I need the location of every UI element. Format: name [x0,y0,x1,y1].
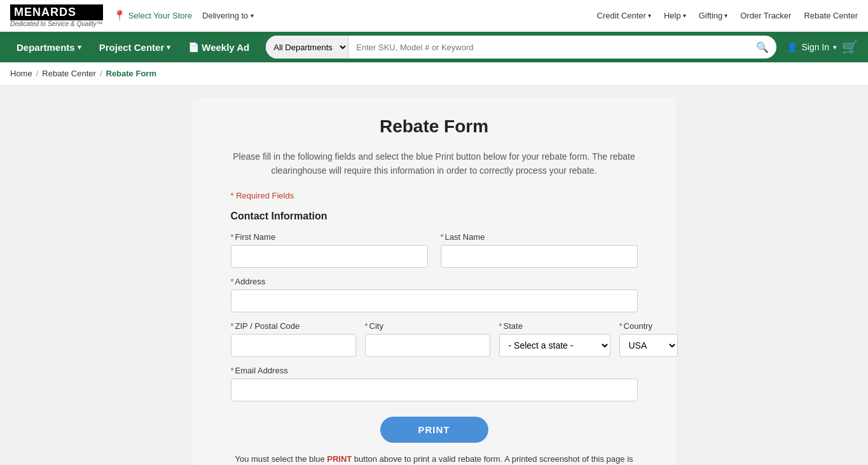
breadcrumb-current: Rebate Form [106,69,156,78]
city-label: *City [365,321,490,331]
address-label: *Address [231,277,638,286]
departments-nav-item[interactable]: Departments ▾ [10,32,88,62]
country-group: *Country USA Canada [619,321,678,357]
help-link[interactable]: Help ▾ [664,11,686,20]
address-row: *Address [231,277,638,312]
departments-label: Departments [17,42,75,53]
first-name-input[interactable] [231,245,428,268]
top-bar-right: Credit Center ▾ Help ▾ Gifting ▾ Order T… [597,11,858,20]
sign-in-area[interactable]: 👤 Sign In ▾ [787,42,837,52]
logo-wrapper: MENARDS Dedicated to Service & Quality™ [10,4,103,27]
project-center-chevron-icon: ▾ [167,43,170,52]
order-tracker-label: Order Tracker [740,11,791,20]
department-select[interactable]: All Departments [266,36,348,59]
form-description: Please fill in the following fields and … [231,149,638,178]
country-select[interactable]: USA Canada [619,334,678,357]
top-bar-left: MENARDS Dedicated to Service & Quality™ … [10,4,254,27]
zip-group: *ZIP / Postal Code [231,321,356,357]
country-label: *Country [619,321,678,331]
project-center-nav-item[interactable]: Project Center ▾ [93,32,177,62]
breadcrumb: Home / Rebate Center / Rebate Form [0,62,868,85]
search-input[interactable] [348,36,748,59]
credit-center-label: Credit Center [597,11,646,20]
print-note: You must select the blue PRINT button ab… [231,453,638,465]
order-tracker-link[interactable]: Order Tracker [740,11,791,20]
city-input[interactable] [365,334,490,357]
first-name-group: *First Name [231,232,428,268]
location-icon: 📍 [113,10,126,22]
zip-label: *ZIP / Postal Code [231,321,356,331]
form-title: Rebate Form [231,116,638,137]
search-container: All Departments 🔍 [266,36,776,59]
weekly-ad-icon: 📄 [188,42,199,52]
sign-in-label: Sign In [801,42,829,52]
logo: MENARDS [10,4,103,20]
form-container: Rebate Form Please fill in the following… [193,97,676,465]
zip-city-row: *ZIP / Postal Code *City *State - Select… [231,321,638,357]
email-label: *Email Address [231,366,638,375]
main-content: Rebate Form Please fill in the following… [0,85,868,465]
breadcrumb-separator-2: / [100,69,102,78]
nav-bar: Departments ▾ Project Center ▾ 📄 Weekly … [0,32,868,62]
gifting-label: Gifting [699,11,723,20]
help-label: Help [664,11,681,20]
delivering-to[interactable]: Delivering to ▾ [202,11,254,20]
gifting-link[interactable]: Gifting ▾ [699,11,728,20]
required-note: * Required Fields [231,191,638,200]
project-center-label: Project Center [99,42,165,53]
name-row: *First Name *Last Name [231,232,638,268]
help-chevron-icon: ▾ [683,12,686,19]
last-name-input[interactable] [441,245,638,268]
credit-center-link[interactable]: Credit Center ▾ [597,11,651,20]
gifting-chevron-icon: ▾ [724,12,727,19]
breadcrumb-rebate-center[interactable]: Rebate Center [42,69,96,78]
weekly-ad-nav-item[interactable]: 📄 Weekly Ad [182,32,256,62]
search-button[interactable]: 🔍 [748,41,776,53]
email-group: *Email Address [231,366,638,401]
breadcrumb-home[interactable]: Home [10,69,32,78]
store-select-label: Select Your Store [128,11,192,20]
email-row: *Email Address [231,366,638,401]
last-name-group: *Last Name [441,232,638,268]
weekly-ad-label: Weekly Ad [202,42,249,53]
store-select[interactable]: 📍 Select Your Store [113,10,192,22]
last-name-label: *Last Name [441,232,638,242]
departments-chevron-icon: ▾ [78,43,81,52]
first-name-label: *First Name [231,232,428,242]
address-group: *Address [231,277,638,312]
zip-input[interactable] [231,334,356,357]
logo-tagline: Dedicated to Service & Quality™ [10,20,103,27]
cart-icon[interactable]: 🛒 [842,39,858,55]
rebate-center-link[interactable]: Rebate Center [804,11,858,20]
delivering-label: Delivering to [202,11,248,20]
state-select[interactable]: - Select a state - Alabama Alaska Arizon… [499,334,610,357]
city-group: *City [365,321,490,357]
delivering-chevron-icon: ▾ [251,12,254,19]
email-input[interactable] [231,378,638,401]
contact-info-section-title: Contact Information [231,211,638,222]
print-button[interactable]: PRINT [380,417,488,443]
state-group: *State - Select a state - Alabama Alaska… [499,321,610,357]
rebate-center-label: Rebate Center [804,11,858,20]
top-bar: MENARDS Dedicated to Service & Quality™ … [0,0,868,32]
breadcrumb-separator-1: / [36,69,39,78]
state-label: *State [499,321,610,331]
user-icon: 👤 [787,42,797,52]
address-input[interactable] [231,289,638,312]
credit-center-chevron-icon: ▾ [648,12,651,19]
sign-in-chevron-icon: ▾ [833,43,837,52]
